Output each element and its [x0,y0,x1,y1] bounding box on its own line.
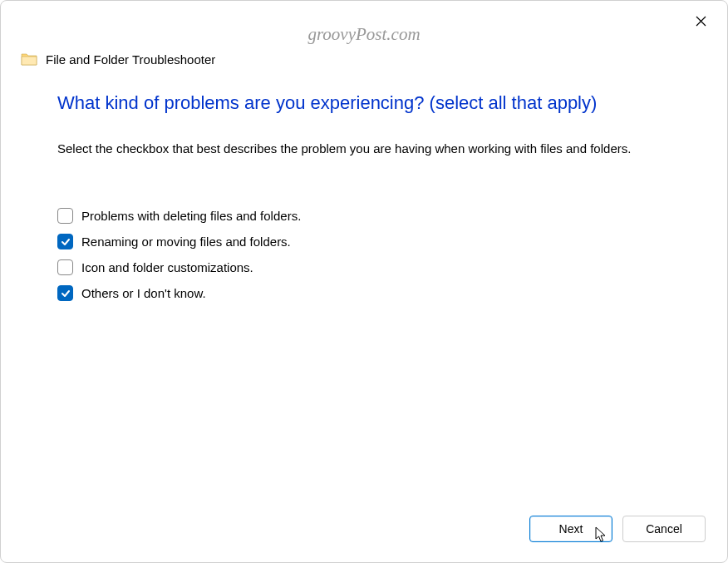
footer: Next Cancel [1,501,727,562]
option-label-delete[interactable]: Problems with deleting files and folders… [81,209,301,223]
content-area: What kind of problems are you experienci… [1,67,727,501]
option-label-rename[interactable]: Renaming or moving files and folders. [81,235,291,249]
option-row-rename: Renaming or moving files and folders. [57,234,671,249]
close-icon [696,15,706,30]
page-heading: What kind of problems are you experienci… [57,91,671,116]
next-button[interactable]: Next [529,516,612,542]
option-label-icon[interactable]: Icon and folder customizations. [81,260,253,274]
app-title: File and Folder Troubleshooter [46,52,215,67]
cancel-button[interactable]: Cancel [622,516,706,542]
option-row-others: Others or I don't know. [57,285,671,301]
window-header: File and Folder Troubleshooter [1,1,727,67]
troubleshooter-window: groovyPost.com File and Folder Troublesh… [0,0,728,563]
checkmark-icon [61,289,71,299]
option-row-icon: Icon and folder customizations. [57,259,671,275]
option-row-delete: Problems with deleting files and folders… [57,208,671,224]
checkbox-icon[interactable] [57,259,73,275]
option-label-others[interactable]: Others or I don't know. [81,286,206,300]
checkbox-rename[interactable] [57,234,73,249]
checkbox-delete[interactable] [57,208,73,224]
checkmark-icon [61,237,71,247]
checkbox-others[interactable] [57,285,73,301]
page-description: Select the checkbox that best describes … [57,140,671,159]
close-button[interactable] [691,12,711,32]
options-list: Problems with deleting files and folders… [57,208,671,301]
folder-icon [21,51,37,67]
